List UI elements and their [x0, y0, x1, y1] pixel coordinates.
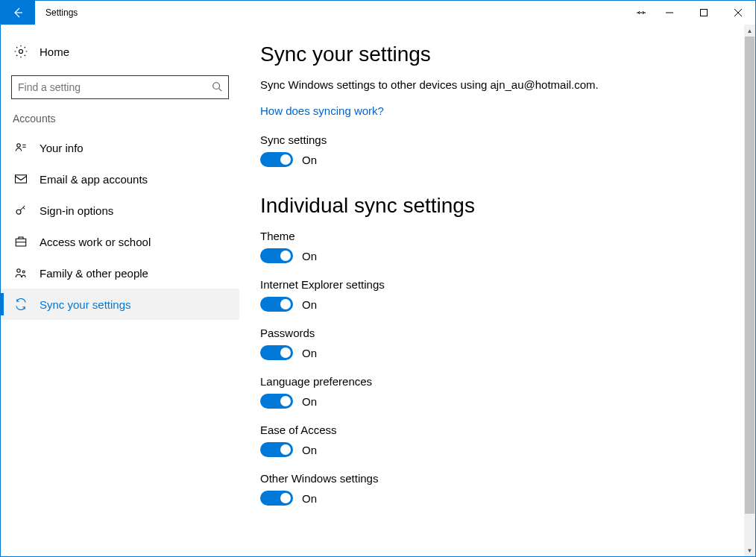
sidebar-item-label: Email & app accounts [40, 173, 148, 186]
sidebar: Home Accounts Your info [1, 25, 239, 556]
sidebar-item-label: Access work or school [40, 236, 151, 248]
sidebar-item-signin[interactable]: Sign-in options [1, 195, 239, 226]
home-button[interactable]: Home [1, 37, 239, 72]
svg-point-3 [17, 144, 21, 148]
theme-toggle[interactable] [260, 248, 293, 263]
svg-point-5 [16, 210, 21, 214]
search-field[interactable] [18, 81, 212, 93]
move-indicator-icon [630, 7, 652, 18]
sidebar-item-label: Family & other people [40, 267, 148, 280]
maximize-button[interactable] [687, 1, 721, 25]
toggle-state: On [302, 395, 317, 408]
minimize-button[interactable] [652, 1, 687, 25]
svg-point-2 [213, 82, 220, 89]
sync-settings-toggle[interactable] [260, 152, 293, 167]
sync-settings-state: On [302, 154, 317, 166]
toggle-label-ease: Ease of Access [260, 424, 734, 436]
close-button[interactable] [721, 1, 755, 25]
home-label: Home [40, 45, 69, 58]
ie-toggle[interactable] [260, 297, 293, 312]
sidebar-item-your-info[interactable]: Your info [1, 132, 239, 163]
page-title: Sync your settings [260, 43, 734, 66]
window-controls [630, 1, 755, 25]
other-toggle[interactable] [260, 491, 293, 506]
scrollbar-thumb[interactable] [745, 37, 755, 514]
toggle-state: On [302, 298, 317, 311]
toggle-label-language: Language preferences [260, 375, 734, 388]
main-content: Sync your settings Sync Windows settings… [239, 25, 755, 556]
people-icon [13, 266, 29, 280]
sidebar-item-family[interactable]: Family & other people [1, 257, 239, 289]
search-icon [212, 81, 222, 94]
key-icon [13, 204, 29, 217]
svg-rect-4 [16, 175, 27, 183]
toggle-state: On [302, 250, 317, 262]
sidebar-item-email[interactable]: Email & app accounts [1, 163, 239, 195]
window-title: Settings [45, 7, 78, 18]
gear-icon [13, 44, 29, 59]
sidebar-item-label: Sign-in options [40, 204, 113, 217]
passwords-toggle[interactable] [260, 345, 293, 360]
maximize-icon [700, 9, 708, 16]
sidebar-item-label: Your info [40, 142, 84, 154]
arrow-left-icon [12, 7, 24, 19]
sidebar-item-label: Sync your settings [40, 298, 131, 311]
close-icon [734, 9, 742, 16]
scroll-down-button[interactable]: ▼ [744, 544, 755, 556]
svg-point-8 [22, 271, 25, 273]
person-card-icon [13, 141, 29, 154]
sidebar-section-heading: Accounts [1, 113, 239, 132]
toggle-label-other: Other Windows settings [260, 472, 734, 485]
svg-point-1 [19, 50, 23, 54]
toggle-state: On [302, 347, 317, 359]
page-description: Sync Windows settings to other devices u… [260, 78, 734, 91]
scroll-up-button[interactable]: ▲ [744, 25, 755, 37]
toggle-state: On [302, 492, 317, 505]
envelope-icon [13, 172, 29, 186]
toggle-label-theme: Theme [260, 230, 734, 242]
titlebar: Settings [1, 1, 755, 25]
search-input[interactable] [11, 75, 229, 99]
svg-rect-0 [701, 10, 708, 16]
help-link[interactable]: How does syncing work? [260, 104, 384, 117]
ease-toggle[interactable] [260, 442, 293, 457]
svg-point-7 [17, 269, 21, 273]
section-heading-individual: Individual sync settings [260, 194, 734, 218]
back-button[interactable] [1, 1, 35, 25]
minimize-icon [666, 9, 673, 16]
briefcase-icon [13, 235, 29, 248]
toggle-state: On [302, 444, 317, 456]
toggle-label-passwords: Passwords [260, 327, 734, 339]
scrollbar[interactable]: ▲ ▼ [744, 25, 755, 556]
sync-icon [13, 298, 29, 311]
sidebar-item-sync[interactable]: Sync your settings [1, 289, 239, 320]
sidebar-item-work[interactable]: Access work or school [1, 226, 239, 257]
sync-settings-label: Sync settings [260, 133, 734, 146]
language-toggle[interactable] [260, 394, 293, 409]
toggle-label-ie: Internet Explorer settings [260, 278, 734, 291]
